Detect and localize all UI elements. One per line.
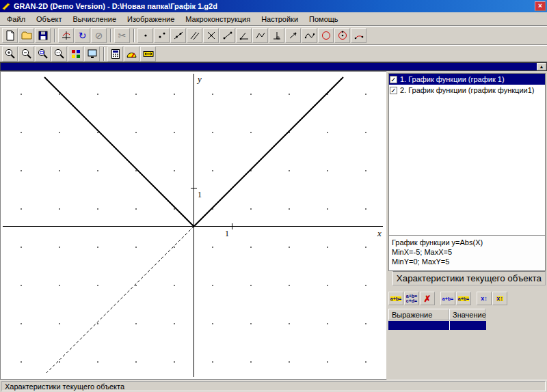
compute-expression-button[interactable]: a+b= (456, 292, 471, 305)
zoom-default-button[interactable] (51, 46, 67, 61)
perpendicular-tool-button[interactable] (269, 28, 284, 43)
menubar: Файл Объект Вычисление Изображение Макро… (0, 12, 547, 26)
point-tool-button[interactable] (137, 28, 153, 43)
calculator-button[interactable] (107, 46, 123, 61)
vector-tool-button[interactable] (285, 28, 301, 43)
y-axis-label: y (196, 74, 202, 84)
object-1-checkbox[interactable]: ✓ (390, 76, 397, 83)
vector-icon (288, 30, 299, 41)
delete-expression-button[interactable]: ✗ (420, 292, 435, 305)
menu-macroconstruction[interactable]: Макроконструкция (180, 14, 256, 25)
edit-expression-button[interactable]: a+b= (440, 292, 455, 305)
object-list-item-1[interactable]: ✓ 1. График функции (график 1) (389, 74, 545, 85)
input-strip: ▲ (0, 62, 547, 71)
rebuild-button[interactable]: ↻ (75, 28, 90, 43)
circle-tool-button[interactable] (318, 28, 334, 43)
curve-tool-button[interactable] (302, 28, 317, 43)
add-expression-icon: a+b= (390, 296, 401, 301)
ruler-icon (143, 48, 154, 59)
object-2-checkbox[interactable]: ✓ (390, 87, 397, 94)
strip-expand-button[interactable]: ▲ (537, 63, 546, 70)
zoom-in-icon (4, 48, 16, 59)
move-expression-button[interactable]: x↕ (477, 292, 492, 305)
sort-expression-icon: x↕ (496, 296, 503, 301)
zoom-default-icon (53, 48, 65, 59)
circle-by-points-tool-button[interactable] (334, 28, 350, 43)
expression-list-icon-top: a+b= (406, 294, 417, 298)
menu-help[interactable]: Помощь (304, 14, 344, 25)
zoom-out-icon (21, 48, 32, 59)
polyline-tool-button[interactable] (252, 28, 268, 43)
expressions-toolbar: a+b= a+b= c+d= ✗ a+b= a+b= x↕ x↕ (388, 291, 546, 306)
header-value[interactable]: Значение (449, 309, 485, 320)
line-tool-button[interactable] (170, 28, 186, 43)
info-yrange: MinY=0; MaxY=5 (392, 257, 542, 266)
edit-expression-icon: a+b= (442, 296, 453, 301)
arc-icon (353, 30, 364, 41)
menu-image[interactable]: Изображение (122, 14, 180, 25)
graph-canvas[interactable]: y x 1 1 (1, 72, 386, 379)
object-list-item-2[interactable]: ✓ 2. График функции (график функции1) (389, 85, 545, 96)
angle-tool-button[interactable] (236, 28, 252, 43)
measure-button[interactable] (140, 46, 156, 61)
expressions-empty-row[interactable] (388, 321, 486, 330)
expression-list-button[interactable]: a+b= c+d= (404, 292, 419, 305)
close-button[interactable]: × (535, 1, 546, 11)
arc-tool-button[interactable] (351, 28, 366, 43)
characteristics-tab[interactable]: Характеристики текущего объекта (392, 271, 546, 285)
protractor-button[interactable] (124, 46, 139, 61)
menu-file[interactable]: Файл (1, 14, 31, 25)
expression-cell[interactable] (388, 321, 449, 330)
object-list[interactable]: ✓ 1. График функции (график 1) ✓ 2. Граф… (388, 73, 546, 236)
screen-button[interactable] (84, 46, 100, 61)
clear-object-button[interactable]: ⊘ (91, 28, 107, 43)
toolbar-separator (133, 29, 135, 42)
sort-expression-button[interactable]: x↕ (492, 292, 507, 305)
new-file-button[interactable] (2, 28, 18, 43)
expressions-table: Выражение Значение (388, 309, 546, 330)
circle-by-points-icon (337, 30, 348, 41)
y-tick-label: 1 (198, 190, 202, 199)
parallel-lines-tool-button[interactable] (187, 28, 202, 43)
menu-calculation[interactable]: Вычисление (68, 14, 122, 25)
info-function: График функции y=Abs(X) (392, 238, 542, 247)
object-2-label: 2. График функции (график функции1) (400, 86, 535, 94)
expression-list-icon-bottom: c+d= (406, 298, 417, 303)
main-toolbar: ↻ ⊘ ✂ (0, 26, 547, 45)
cut-button[interactable]: ✂ (114, 28, 130, 43)
coordinate-plane-button[interactable] (58, 28, 74, 43)
x-axis-label: x (377, 228, 382, 238)
two-points-icon (157, 30, 168, 41)
palette-button[interactable] (68, 46, 83, 61)
zoom-window-icon (37, 48, 49, 59)
header-expression[interactable]: Выражение (388, 309, 449, 320)
value-cell[interactable] (450, 321, 486, 330)
info-xrange: MinX=-5; MaxX=5 (392, 247, 542, 257)
toolbar-separator (110, 29, 111, 42)
intersecting-lines-icon (206, 30, 217, 41)
coordinate-plane-icon (61, 30, 72, 41)
objects-panel: ✓ 1. График функции (график 1) ✓ 2. Граф… (387, 71, 547, 380)
move-expression-icon: x↕ (481, 296, 488, 301)
object-1-label: 1. График функции (график 1) (400, 75, 505, 83)
save-file-button[interactable] (35, 28, 51, 43)
open-file-button[interactable] (18, 28, 34, 43)
segment-icon (222, 30, 233, 41)
menu-object[interactable]: Объект (31, 14, 67, 25)
angle-icon (239, 30, 250, 41)
segment-tool-button[interactable] (219, 28, 235, 43)
toolbar-separator (103, 47, 105, 61)
two-points-tool-button[interactable] (154, 28, 170, 43)
menu-settings[interactable]: Настройки (256, 14, 304, 25)
add-expression-button[interactable]: a+b= (388, 292, 403, 305)
intersecting-lines-tool-button[interactable] (203, 28, 219, 43)
zoom-in-button[interactable] (2, 46, 18, 61)
zoom-window-button[interactable] (35, 46, 51, 61)
zoom-out-button[interactable] (18, 46, 34, 61)
monitor-icon (87, 48, 98, 59)
point-icon (140, 30, 151, 41)
parallel-lines-icon (189, 30, 200, 41)
circle-icon (321, 30, 332, 41)
calculator-icon (110, 48, 121, 59)
titlebar: GRAN-2D (Demo Version) - D:\Новая папка\… (0, 0, 547, 12)
